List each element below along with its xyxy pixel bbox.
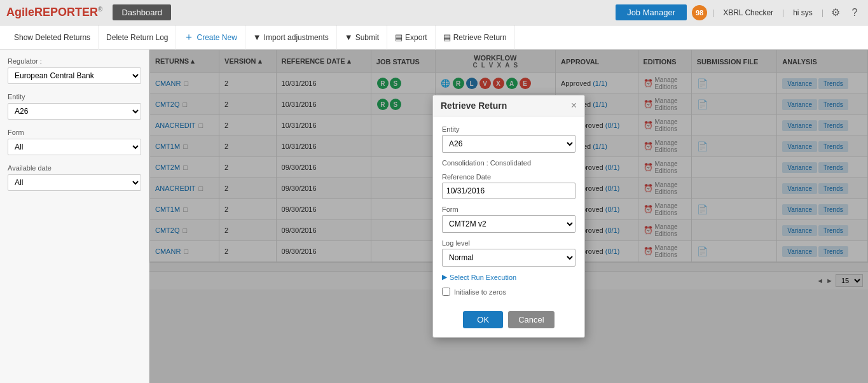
available-date-label: Available date xyxy=(8,164,141,172)
show-deleted-label: Show Deleted Returns xyxy=(14,33,90,42)
modal-header: Retrieve Return × xyxy=(433,95,584,116)
modal-refdate-input[interactable] xyxy=(442,183,575,199)
regulator-select[interactable]: European Central Bank xyxy=(8,67,141,84)
main-layout: Regulator : European Central Bank Entity… xyxy=(0,50,868,383)
modal-footer: OK Cancel xyxy=(433,311,584,337)
initialise-label: Initialise to zeros xyxy=(454,288,506,296)
modal-title: Retrieve Return xyxy=(441,101,507,111)
modal-form-field: Form CMT2M v2 xyxy=(442,205,575,233)
xbrl-checker-link[interactable]: XBRL Checker xyxy=(719,8,777,17)
notification-badge[interactable]: 98 xyxy=(692,5,707,20)
export-label: Export xyxy=(405,33,427,42)
modal-body: Entity A26 Consolidation : Consolidated … xyxy=(433,116,584,311)
retrieve-icon: ▤ xyxy=(443,32,451,42)
chevron-right-icon: ▶ xyxy=(442,273,447,281)
regulator-section: Regulator : European Central Bank xyxy=(8,57,141,84)
create-new-button[interactable]: ＋ Create New xyxy=(176,25,245,50)
import-adjustments-button[interactable]: ▼ Import adjustments xyxy=(245,25,337,50)
modal-loglevel-select[interactable]: Normal Debug Verbose xyxy=(442,249,575,267)
modal-consolidation-info: Consolidation : Consolidated xyxy=(442,159,575,167)
delete-log-label: Delete Return Log xyxy=(106,33,168,42)
submit-label: Submit xyxy=(355,33,379,42)
modal-entity-select[interactable]: A26 xyxy=(442,135,575,153)
show-deleted-button[interactable]: Show Deleted Returns xyxy=(6,25,99,50)
logo-reporter: REPORTER xyxy=(34,6,98,18)
available-date-select[interactable]: All xyxy=(8,174,141,191)
retrieve-return-label: Retrieve Return xyxy=(453,33,507,42)
entity-select[interactable]: A26 xyxy=(8,103,141,120)
modal-close-button[interactable]: × xyxy=(571,101,577,111)
available-date-section: Available date All xyxy=(8,164,141,191)
help-icon[interactable]: ? xyxy=(848,6,862,20)
modal-overlay: Retrieve Return × Entity A26 Consolidati… xyxy=(149,50,868,383)
modal-form-label: Form xyxy=(442,205,575,213)
create-icon: ＋ xyxy=(184,31,194,44)
modal-refdate-field: Reference Date xyxy=(442,173,575,199)
form-select[interactable]: All xyxy=(8,139,141,155)
export-icon: ▤ xyxy=(395,32,403,42)
logo-trademark: ® xyxy=(98,6,102,13)
modal-loglevel-field: Log level Normal Debug Verbose xyxy=(442,239,575,267)
modal-entity-label: Entity xyxy=(442,125,575,133)
export-button[interactable]: ▤ Export xyxy=(387,25,436,50)
modal-initialise-row: Initialise to zeros xyxy=(442,288,575,296)
user-menu[interactable]: hi sys xyxy=(789,8,816,17)
delete-return-log-button[interactable]: Delete Return Log xyxy=(99,25,176,50)
retrieve-return-button[interactable]: ▤ Retrieve Return xyxy=(436,25,515,50)
form-label: Form xyxy=(8,129,141,136)
import-icon: ▼ xyxy=(253,32,261,42)
retrieve-return-modal: Retrieve Return × Entity A26 Consolidati… xyxy=(432,95,585,338)
modal-refdate-label: Reference Date xyxy=(442,173,575,181)
select-run-label: Select Run Execution xyxy=(450,274,516,281)
app-logo: AgileREPORTER® xyxy=(6,6,102,19)
logo-agile: Agile xyxy=(6,6,34,18)
submit-button[interactable]: ▼ Submit xyxy=(337,25,387,50)
initialise-checkbox[interactable] xyxy=(442,288,450,296)
form-section: Form All xyxy=(8,129,141,155)
import-adj-label: Import adjustments xyxy=(264,33,329,42)
content-area: RETURNS ▴ VERSION ▴ REFERENCE DATE ▴ JOB… xyxy=(149,50,868,383)
sidebar: Regulator : European Central Bank Entity… xyxy=(0,50,149,383)
top-navigation: AgileREPORTER® Dashboard Job Manager 98 … xyxy=(0,0,868,25)
modal-form-select[interactable]: CMT2M v2 xyxy=(442,215,575,233)
modal-ok-button[interactable]: OK xyxy=(463,311,503,328)
settings-icon[interactable]: ⚙ xyxy=(829,6,843,20)
dashboard-button[interactable]: Dashboard xyxy=(113,4,171,20)
entity-label: Entity xyxy=(8,93,141,101)
modal-select-run-expander[interactable]: ▶ Select Run Execution xyxy=(442,273,575,281)
create-new-label: Create New xyxy=(196,33,237,42)
modal-entity-field: Entity A26 xyxy=(442,125,575,153)
modal-cancel-button[interactable]: Cancel xyxy=(508,311,554,328)
regulator-label: Regulator : xyxy=(8,57,141,65)
modal-loglevel-label: Log level xyxy=(442,239,575,247)
toolbar: Show Deleted Returns Delete Return Log ＋… xyxy=(0,25,868,50)
submit-icon: ▼ xyxy=(345,32,353,42)
entity-section: Entity A26 xyxy=(8,93,141,120)
job-manager-button[interactable]: Job Manager xyxy=(616,4,687,20)
